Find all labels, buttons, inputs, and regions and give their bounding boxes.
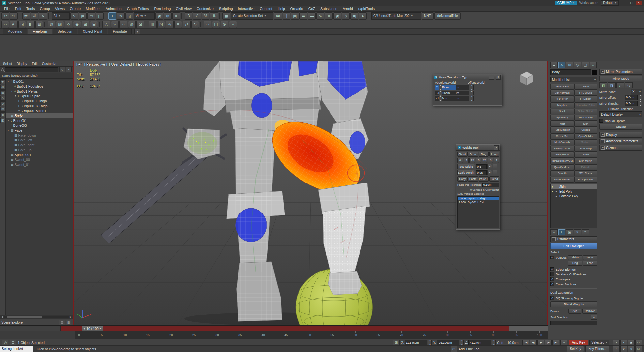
redo-icon[interactable]: ↷ xyxy=(10,12,18,20)
tree-item-face-left[interactable]: ▦Face_left xyxy=(6,138,73,142)
scroll-left-icon[interactable]: ◀ xyxy=(0,316,4,318)
modifier-creaseset[interactable]: CreaseSet xyxy=(550,133,574,139)
reference-coordinate-system-dropdown[interactable]: View▾ xyxy=(134,12,155,20)
spinner[interactable] xyxy=(439,85,442,90)
custom-tool-icon[interactable]: △ xyxy=(102,21,110,28)
grow-button[interactable]: Grow xyxy=(468,152,478,157)
checkbox[interactable] xyxy=(550,296,554,300)
mirror-paste-blue-to-green-verts-icon[interactable]: ⇆ xyxy=(625,82,633,88)
play-button[interactable]: ▶ xyxy=(537,340,544,345)
schematic-view-icon[interactable]: ⌗ xyxy=(325,12,333,20)
tree-item-face-right[interactable]: ▦Face_right xyxy=(6,142,73,147)
spinner[interactable] xyxy=(428,340,432,345)
mirror-icon[interactable]: ⋈ xyxy=(274,12,282,20)
keyboard-shortcut-override-icon[interactable]: ⌗ xyxy=(172,12,180,20)
modifier-smooth[interactable]: Smooth xyxy=(550,170,574,176)
custom-tool-icon[interactable]: ⇄ xyxy=(183,21,191,28)
render-setup-icon[interactable]: ☼ xyxy=(342,12,350,20)
display-tab[interactable]: ▢ xyxy=(582,62,589,68)
modifier-ffd-3x3x3[interactable]: FFD 3x3x3 xyxy=(574,90,598,96)
custom-tool-icon[interactable]: ▭ xyxy=(204,21,211,28)
menu-civil-view[interactable]: Civil View xyxy=(173,6,194,12)
tree-item-face-down[interactable]: ▦Face_down xyxy=(6,133,73,138)
configure-modifier-sets-icon[interactable]: ≡ xyxy=(582,229,589,235)
isolate-selection-toggle-icon[interactable]: ◎ xyxy=(2,340,8,345)
coordinate-display-y[interactable]: Y:-26.106cm xyxy=(433,340,464,345)
menu-create[interactable]: Create xyxy=(67,6,83,12)
make-unique-icon[interactable]: ▣ xyxy=(566,229,573,235)
menu-customize[interactable]: Customize xyxy=(194,6,216,12)
modifier-data-channel[interactable]: Data Channel xyxy=(550,177,574,183)
move-transform-type-in-dialog[interactable]: 3 Move Transform Typ... — × Absolute:Wor… xyxy=(433,74,502,106)
modifier-twist[interactable]: Twist xyxy=(550,121,574,127)
vertices-checkbox[interactable]: Vertices xyxy=(550,255,567,260)
spinner[interactable] xyxy=(460,340,464,345)
maxscript-mini-listener[interactable]: Setting LookAt xyxy=(0,346,33,352)
spinner-snap-icon[interactable]: ⇅ xyxy=(210,12,218,20)
explorer-list-view-icon[interactable]: ▤ xyxy=(59,320,65,325)
modifier-list-dropdown[interactable]: Modifier List▾ xyxy=(550,77,597,82)
checkbox[interactable] xyxy=(550,277,554,281)
minimize-icon[interactable]: — xyxy=(489,75,494,80)
undo-icon[interactable]: ↶ xyxy=(1,12,9,20)
custom-tool-icon[interactable]: ↻ xyxy=(191,21,199,28)
minimize-button[interactable]: – xyxy=(621,1,628,5)
weight-preset-9-button[interactable]: .9 xyxy=(488,158,493,163)
expand-icon[interactable]: ▸ xyxy=(18,104,21,107)
modifier-unwrap-uvw[interactable]: Unwrap UVW xyxy=(550,146,574,152)
go-to-start-button[interactable]: |◀ xyxy=(522,340,529,345)
spinner[interactable] xyxy=(470,96,474,101)
dialog-title-bar[interactable]: 3 Weight Tool × xyxy=(456,145,500,151)
explorer-horizontal-scrollbar[interactable]: ◀ ▶ xyxy=(0,315,73,319)
expand-icon[interactable]: ▾ xyxy=(7,129,10,132)
scale-weight-button[interactable]: Scale Weight xyxy=(457,170,475,175)
viewport-pov-label[interactable]: [ Perspective ] xyxy=(84,62,107,66)
transform-lock-icon[interactable]: ⊠ xyxy=(393,340,400,345)
remove-modifier-icon[interactable]: × xyxy=(574,229,581,235)
explorer-menu-select[interactable]: Select xyxy=(1,62,14,66)
curve-editor-icon[interactable]: ∿ xyxy=(316,12,324,20)
modifier-ffd-4x4x4[interactable]: FFD 4x4x4 xyxy=(550,96,574,102)
checkbox-backface-cull-vertices[interactable]: Backface Cull Vertices xyxy=(550,272,597,276)
sort-direction-toggle[interactable]: ▴ xyxy=(591,315,597,320)
weight-preset-25-button[interactable]: .25 xyxy=(469,158,475,163)
expand-icon[interactable]: ▸ xyxy=(556,195,558,198)
menu-goz[interactable]: GoZ xyxy=(306,6,318,12)
explorer-filter-icon[interactable]: ⊙ xyxy=(0,101,5,106)
expand-icon[interactable]: ▾ xyxy=(10,90,13,93)
spinner[interactable] xyxy=(639,95,642,100)
modifier-symmetry[interactable]: Symmetry xyxy=(550,115,574,121)
tree-item-sword-00[interactable]: ▦Sword_00 xyxy=(6,157,73,162)
spinner[interactable] xyxy=(492,340,496,345)
modifier-turn-to-poly[interactable]: Turn to Poly xyxy=(574,115,598,121)
set-weight-button[interactable]: Set Weight xyxy=(457,164,475,169)
absolute-z-field[interactable]: 41.24cm xyxy=(435,96,456,101)
idenormalthie-script-button[interactable]: ideNormalThie xyxy=(434,12,461,20)
custom-tool-icon[interactable]: ▥ xyxy=(149,21,157,28)
time-slider-track[interactable]: ◀ 10 / 100 ▶ xyxy=(61,326,509,331)
ribbon-config-icon[interactable]: ▾ xyxy=(134,29,140,34)
tree-item-face-up[interactable]: ▦Face_up xyxy=(6,147,73,152)
mirror-mode-button[interactable]: Mirror Mode xyxy=(599,76,642,81)
custom-tool-icon[interactable]: ◇ xyxy=(65,21,72,28)
close-button[interactable]: × xyxy=(636,1,642,5)
menu-ornatrix[interactable]: Ornatrix xyxy=(288,6,306,12)
tab-selection[interactable]: Selection xyxy=(53,28,77,34)
tab-modeling[interactable]: Modeling xyxy=(3,28,27,34)
mirror-offset-field[interactable]: 0.0cm xyxy=(625,95,638,100)
menu-graph-editors[interactable]: Graph Editors xyxy=(124,6,152,12)
utilities-tab[interactable]: ☼ xyxy=(590,62,597,68)
checkbox[interactable] xyxy=(550,267,554,271)
scale-weight-field[interactable]: 0.95 xyxy=(476,170,487,175)
custom-tool-icon[interactable]: ⋈ xyxy=(157,21,165,28)
checkbox-select-element[interactable]: Select Element xyxy=(550,267,597,271)
explorer-filter-icon[interactable]: ◇ xyxy=(0,96,5,101)
object-color-swatch[interactable] xyxy=(592,70,597,75)
bind-to-space-warp-icon[interactable]: ≈ xyxy=(39,12,47,20)
modifier-push[interactable]: Push xyxy=(574,152,598,158)
modifier-morpher[interactable]: Morpher xyxy=(550,102,574,108)
modifier-quadify-mesh[interactable]: Quadify Mesh xyxy=(550,164,574,170)
custom-tool-icon[interactable]: ◆ xyxy=(73,21,81,28)
modifier-shell[interactable]: Shell xyxy=(550,109,574,114)
tree-item-bip001-spine[interactable]: ▾◊Bip001 Spine xyxy=(6,94,73,98)
